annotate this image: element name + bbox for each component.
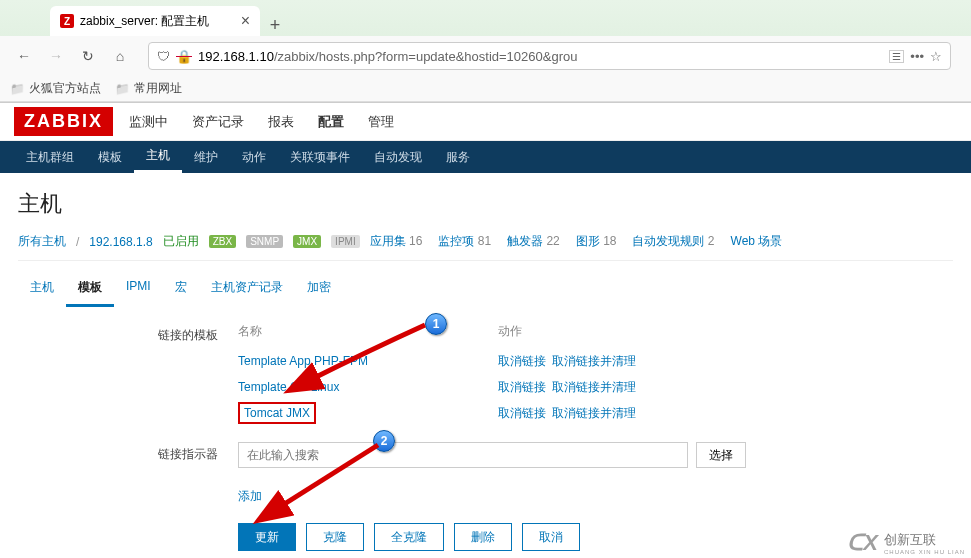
tab-encryption[interactable]: 加密 <box>295 271 343 307</box>
new-tab-button[interactable]: + <box>260 15 290 36</box>
reader-icon[interactable]: ☰ <box>889 50 904 63</box>
submenu-templates[interactable]: 模板 <box>86 141 134 173</box>
menu-reports[interactable]: 报表 <box>256 103 306 141</box>
url-text: 192.168.1.10/zabbix/hosts.php?form=updat… <box>198 49 883 64</box>
full-clone-button[interactable]: 全克隆 <box>374 523 444 551</box>
breadcrumb-separator: / <box>76 235 79 249</box>
unlink-clear-link[interactable]: 取消链接并清理 <box>552 379 636 396</box>
reload-button[interactable]: ↻ <box>74 42 102 70</box>
more-icon[interactable]: ••• <box>910 49 924 64</box>
bookmark-bar: 火狐官方站点 常用网址 <box>0 76 971 102</box>
tab-title: zabbix_server: 配置主机 <box>80 13 209 30</box>
watermark: ᑕX 创新互联 CHUANG XIN HU LIAN <box>841 528 971 558</box>
template-link[interactable]: Template OS Linux <box>238 380 498 394</box>
bookmark-star-icon[interactable]: ☆ <box>930 49 942 64</box>
badge-snmp: SNMP <box>246 235 283 248</box>
unlink-clear-link[interactable]: 取消链接并清理 <box>552 405 636 422</box>
entity-counts: 应用集 16 监控项 81 触发器 22 图形 18 自动发现规则 2 Web … <box>370 233 783 250</box>
zabbix-header: ZABBIX 监测中 资产记录 报表 配置 管理 <box>0 103 971 141</box>
host-filter-bar: 所有主机 / 192.168.1.8 已启用 ZBX SNMP JMX IPMI… <box>18 233 953 261</box>
badge-jmx: JMX <box>293 235 321 248</box>
breadcrumb-all-hosts[interactable]: 所有主机 <box>18 233 66 250</box>
submenu-hosts[interactable]: 主机 <box>134 141 182 173</box>
sub-menu: 主机群组 模板 主机 维护 动作 关联项事件 自动发现 服务 <box>0 141 971 173</box>
page-content: 主机 所有主机 / 192.168.1.8 已启用 ZBX SNMP JMX I… <box>0 173 971 558</box>
template-search-input[interactable] <box>238 442 688 468</box>
menu-administration[interactable]: 管理 <box>356 103 406 141</box>
main-menu: 监测中 资产记录 报表 配置 管理 <box>117 103 406 141</box>
watermark-text-cn: 创新互联 <box>884 531 965 549</box>
col-header-name: 名称 <box>238 323 498 340</box>
template-row: Template App PHP-FPM 取消链接 取消链接并清理 <box>238 348 636 374</box>
count-graphs[interactable]: 图形 18 <box>576 233 617 250</box>
unlink-link[interactable]: 取消链接 <box>498 379 546 396</box>
browser-chrome: Z zabbix_server: 配置主机 × + ← → ↻ ⌂ 🛡 🔒 19… <box>0 0 971 103</box>
bookmark-item[interactable]: 火狐官方站点 <box>10 80 101 97</box>
menu-monitoring[interactable]: 监测中 <box>117 103 180 141</box>
tab-inventory[interactable]: 主机资产记录 <box>199 271 295 307</box>
count-discovery[interactable]: 自动发现规则 2 <box>632 233 714 250</box>
watermark-text-py: CHUANG XIN HU LIAN <box>884 549 965 555</box>
unlink-link[interactable]: 取消链接 <box>498 405 546 422</box>
status-enabled: 已启用 <box>163 233 199 250</box>
tab-ipmi[interactable]: IPMI <box>114 271 163 307</box>
template-link-highlighted[interactable]: Tomcat JMX <box>238 402 316 424</box>
linked-templates-section: 链接的模板 名称 动作 Template App PHP-FPM 取消链接 取消… <box>18 307 953 436</box>
host-config-tabs: 主机 模板 IPMI 宏 主机资产记录 加密 <box>18 271 953 307</box>
browser-tab[interactable]: Z zabbix_server: 配置主机 × <box>50 6 260 36</box>
tab-macros[interactable]: 宏 <box>163 271 199 307</box>
nav-bar: ← → ↻ ⌂ 🛡 🔒 192.168.1.10/zabbix/hosts.ph… <box>0 36 971 76</box>
linked-templates-label: 链接的模板 <box>148 323 218 426</box>
close-icon[interactable]: × <box>241 12 250 30</box>
submenu-actions[interactable]: 动作 <box>230 141 278 173</box>
home-button[interactable]: ⌂ <box>106 42 134 70</box>
update-button[interactable]: 更新 <box>238 523 296 551</box>
submenu-correlation[interactable]: 关联项事件 <box>278 141 362 173</box>
template-row: Template OS Linux 取消链接 取消链接并清理 <box>238 374 636 400</box>
tab-templates[interactable]: 模板 <box>66 271 114 307</box>
select-button[interactable]: 选择 <box>696 442 746 468</box>
unlink-clear-link[interactable]: 取消链接并清理 <box>552 353 636 370</box>
back-button[interactable]: ← <box>10 42 38 70</box>
clone-button[interactable]: 克隆 <box>306 523 364 551</box>
annotation-callout-2: 2 <box>373 430 395 452</box>
action-buttons: 更新 克隆 全克隆 删除 取消 <box>18 505 953 551</box>
cancel-button[interactable]: 取消 <box>522 523 580 551</box>
tab-host[interactable]: 主机 <box>18 271 66 307</box>
count-web[interactable]: Web 场景 <box>731 233 783 250</box>
badge-zbx: ZBX <box>209 235 236 248</box>
tab-bar: Z zabbix_server: 配置主机 × + <box>0 0 971 36</box>
shield-icon: 🛡 <box>157 49 170 64</box>
templates-table: 名称 动作 Template App PHP-FPM 取消链接 取消链接并清理 … <box>238 323 636 426</box>
link-indicator-section: 链接指示器 选择 <box>18 436 953 478</box>
unlink-link[interactable]: 取消链接 <box>498 353 546 370</box>
submenu-discovery[interactable]: 自动发现 <box>362 141 434 173</box>
count-applications[interactable]: 应用集 16 <box>370 233 423 250</box>
menu-inventory[interactable]: 资产记录 <box>180 103 256 141</box>
template-link[interactable]: Template App PHP-FPM <box>238 354 498 368</box>
forward-button[interactable]: → <box>42 42 70 70</box>
link-indicator-label: 链接指示器 <box>148 442 218 468</box>
col-header-action: 动作 <box>498 323 522 340</box>
watermark-logo-icon: ᑕX <box>847 530 878 556</box>
menu-configuration[interactable]: 配置 <box>306 103 356 141</box>
add-link[interactable]: 添加 <box>18 478 953 505</box>
badge-ipmi: IPMI <box>331 235 360 248</box>
breadcrumb-host[interactable]: 192.168.1.8 <box>89 235 152 249</box>
template-row: Tomcat JMX 取消链接 取消链接并清理 <box>238 400 636 426</box>
submenu-hostgroups[interactable]: 主机群组 <box>14 141 86 173</box>
zabbix-logo[interactable]: ZABBIX <box>14 107 113 136</box>
submenu-services[interactable]: 服务 <box>434 141 482 173</box>
count-items[interactable]: 监控项 81 <box>438 233 491 250</box>
annotation-callout-1: 1 <box>425 313 447 335</box>
lock-strikethrough-icon: 🔒 <box>176 49 192 64</box>
zabbix-favicon: Z <box>60 14 74 28</box>
delete-button[interactable]: 删除 <box>454 523 512 551</box>
submenu-maintenance[interactable]: 维护 <box>182 141 230 173</box>
count-triggers[interactable]: 触发器 22 <box>507 233 560 250</box>
page-title: 主机 <box>18 183 953 233</box>
bookmark-item[interactable]: 常用网址 <box>115 80 182 97</box>
url-bar[interactable]: 🛡 🔒 192.168.1.10/zabbix/hosts.php?form=u… <box>148 42 951 70</box>
